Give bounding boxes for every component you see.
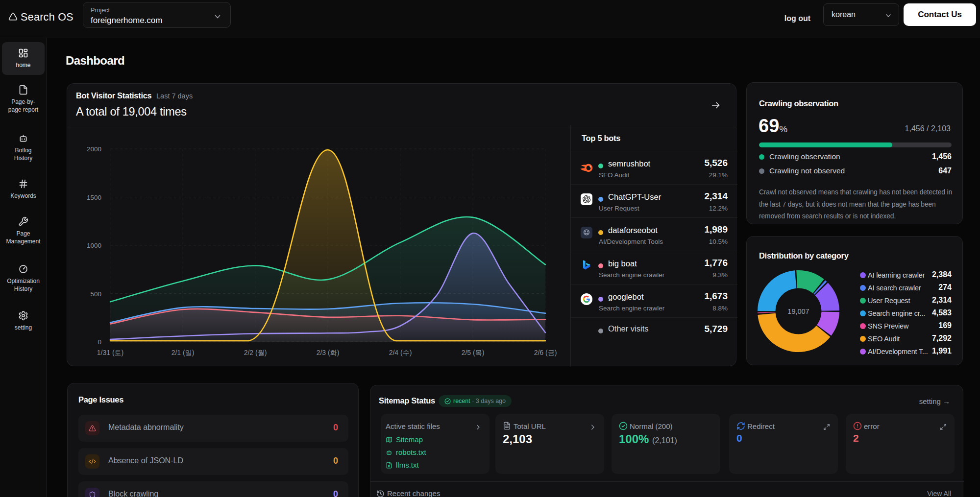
svg-text:0: 0 <box>98 338 101 346</box>
svg-text:1/31 (토): 1/31 (토) <box>97 349 123 356</box>
svg-text:1000: 1000 <box>87 242 101 249</box>
svg-text:500: 500 <box>90 290 101 298</box>
svg-text:1500: 1500 <box>87 194 101 201</box>
svg-text:2/6 (금): 2/6 (금) <box>534 349 557 356</box>
svg-text:2/2 (월): 2/2 (월) <box>244 349 267 356</box>
svg-text:2/1 (일): 2/1 (일) <box>172 349 195 356</box>
svg-text:2/3 (화): 2/3 (화) <box>317 349 340 356</box>
svg-text:2/4 (수): 2/4 (수) <box>389 349 412 356</box>
svg-text:2/5 (목): 2/5 (목) <box>462 349 485 356</box>
svg-text:2000: 2000 <box>87 145 101 153</box>
